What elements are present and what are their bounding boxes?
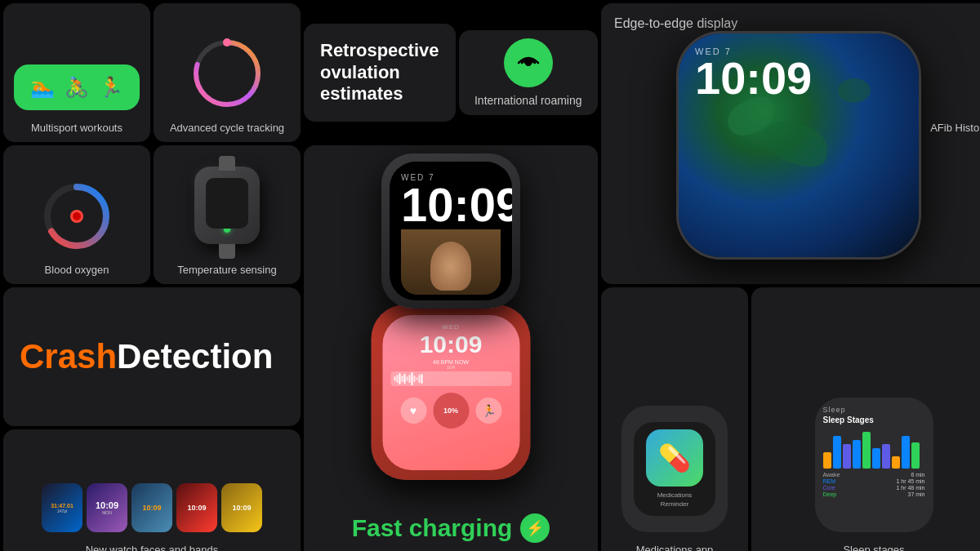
bloodox-label: Blood oxygen: [45, 264, 109, 276]
temp-watch-image: [174, 162, 280, 252]
meds-watch: 💊 MedicationsReminder: [621, 406, 728, 532]
bloodox-icon: [44, 184, 109, 252]
svg-rect-14: [833, 436, 841, 469]
roaming-label: International roaming: [474, 94, 582, 107]
svg-point-12: [73, 212, 81, 220]
watch-face-2: 10:09 MON: [87, 483, 127, 532]
retro-left: Retrospective ovulation estimates: [304, 24, 456, 121]
meds-watch-screen: 💊 MedicationsReminder: [634, 422, 715, 516]
edge-watch-container: WED 7 10:09: [614, 31, 980, 260]
watch-face-3: 10:09: [131, 483, 172, 532]
crash-label: CrashDetection: [20, 337, 273, 376]
edge-cell: Edge-to-edge display WED 7 10:09: [601, 3, 980, 284]
meds-sublabel: MedicationsReminder: [657, 491, 693, 509]
sleep-label: Sleep stages: [843, 544, 904, 551]
retro-roaming-cell: Retrospective ovulation estimates Intern…: [304, 3, 598, 142]
watch-bottom-display: WED 10:09 48 BPM NOW 104: [372, 304, 531, 480]
bike-icon: 🚴: [65, 76, 89, 99]
roaming-icon: [504, 38, 553, 87]
afib-label: AFib History: [930, 122, 980, 134]
crash-cell: CrashDetection: [3, 287, 301, 426]
svg-rect-16: [853, 440, 861, 469]
meds-pill-icon: 💊: [646, 429, 703, 487]
svg-rect-20: [892, 456, 900, 469]
watch-face-1: 31:47.01 147pt: [42, 483, 82, 532]
watch-center-cell: WED 7 10:09 WED 10:09 48 BPM NOW 104: [304, 145, 598, 551]
svg-rect-21: [902, 436, 910, 469]
meds-label: Medications app: [636, 544, 714, 551]
multisport-cell: 🏊 🚴 🏃 Multisport workouts: [3, 3, 150, 142]
run-icon: 🏃: [99, 76, 123, 99]
crash-text-orange: Crash: [20, 337, 117, 375]
fast-charging-section: Fast charging ⚡: [304, 513, 598, 543]
meds-cell: 💊 MedicationsReminder Medications app: [601, 287, 748, 551]
watch-face-5: 10:09: [221, 483, 262, 532]
faces-cell: 31:47.01 147pt 10:09 MON 10:09 10:09 10:…: [3, 429, 301, 551]
swim-icon: 🏊: [30, 76, 55, 99]
sleep-chart-icon: [823, 428, 925, 469]
watch-face-4: 10:09: [176, 483, 217, 532]
bloodox-cell: Blood oxygen: [3, 145, 150, 284]
svg-rect-17: [862, 432, 871, 469]
svg-rect-19: [882, 444, 890, 469]
retro-label: Retrospective ovulation estimates: [320, 40, 439, 104]
svg-rect-18: [872, 448, 880, 469]
svg-rect-22: [911, 442, 920, 469]
temp-label: Temperature sensing: [177, 264, 276, 276]
edge-label: Edge-to-edge display: [614, 16, 737, 31]
lightning-bolt-icon: ⚡: [520, 513, 550, 543]
svg-rect-13: [823, 452, 831, 469]
cycle-cell: Advanced cycle tracking: [154, 3, 301, 142]
faces-label: New watch faces and bands: [86, 544, 219, 551]
sleep-legend: Awake6 min REM1 hr 45 min Core1 hr 48 mi…: [823, 472, 925, 497]
watch-top-display: WED 7 10:09: [381, 153, 520, 309]
sleep-cell: Sleep Sleep Stages Awake6 min REM1 hr 45…: [751, 287, 980, 551]
wifi-broadcast-icon: [515, 50, 541, 76]
sleep-watch: Sleep Sleep Stages Awake6 min REM1 hr 45…: [815, 398, 933, 532]
edge-watch: WED 7 10:09: [676, 31, 921, 260]
crash-text-white: Detection: [117, 337, 273, 375]
svg-point-2: [223, 38, 231, 47]
watch-faces-row: 31:47.01 147pt 10:09 MON 10:09 10:09 10:…: [42, 483, 262, 532]
svg-rect-15: [843, 444, 851, 469]
edge-watch-time: WED 7 10:09: [695, 47, 812, 100]
fast-charging-label: Fast charging: [352, 514, 513, 542]
main-grid: 🏊 🚴 🏃 Multisport workouts Advanced cycle…: [0, 0, 980, 551]
roaming-right: International roaming: [459, 30, 598, 115]
temp-cell: Temperature sensing: [154, 145, 301, 284]
cycle-label: Advanced cycle tracking: [170, 122, 284, 134]
multisport-label: Multisport workouts: [31, 122, 122, 134]
watch-display-area: WED 7 10:09 WED 10:09 48 BPM NOW 104: [304, 145, 598, 551]
cycle-ring-icon: [190, 37, 264, 110]
